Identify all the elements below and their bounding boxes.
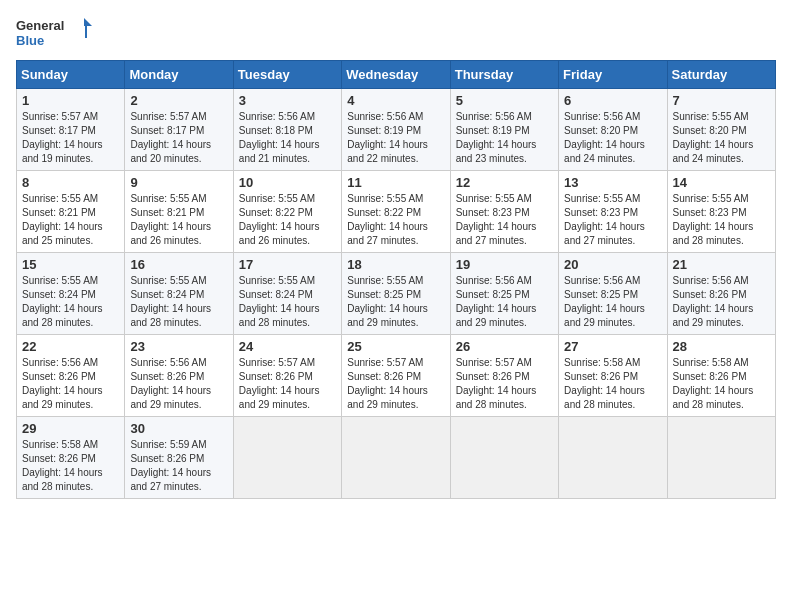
day-number: 15 [22,257,119,272]
calendar-week-4: 22Sunrise: 5:56 AMSunset: 8:26 PMDayligh… [17,335,776,417]
day-info: Sunrise: 5:57 AMSunset: 8:26 PMDaylight:… [347,356,444,412]
day-number: 13 [564,175,661,190]
calendar-cell: 7Sunrise: 5:55 AMSunset: 8:20 PMDaylight… [667,89,775,171]
day-info: Sunrise: 5:55 AMSunset: 8:22 PMDaylight:… [239,192,336,248]
day-info: Sunrise: 5:56 AMSunset: 8:19 PMDaylight:… [456,110,553,166]
calendar-cell: 24Sunrise: 5:57 AMSunset: 8:26 PMDayligh… [233,335,341,417]
calendar-cell: 15Sunrise: 5:55 AMSunset: 8:24 PMDayligh… [17,253,125,335]
calendar-header-row: SundayMondayTuesdayWednesdayThursdayFrid… [17,61,776,89]
day-number: 22 [22,339,119,354]
day-info: Sunrise: 5:56 AMSunset: 8:19 PMDaylight:… [347,110,444,166]
day-info: Sunrise: 5:58 AMSunset: 8:26 PMDaylight:… [22,438,119,494]
day-info: Sunrise: 5:55 AMSunset: 8:23 PMDaylight:… [673,192,770,248]
header-thursday: Thursday [450,61,558,89]
day-number: 21 [673,257,770,272]
day-info: Sunrise: 5:57 AMSunset: 8:26 PMDaylight:… [239,356,336,412]
day-info: Sunrise: 5:57 AMSunset: 8:17 PMDaylight:… [130,110,227,166]
day-number: 6 [564,93,661,108]
header-saturday: Saturday [667,61,775,89]
svg-text:General: General [16,18,64,33]
day-info: Sunrise: 5:56 AMSunset: 8:18 PMDaylight:… [239,110,336,166]
page-header: General Blue [16,16,776,52]
day-info: Sunrise: 5:56 AMSunset: 8:26 PMDaylight:… [673,274,770,330]
day-info: Sunrise: 5:56 AMSunset: 8:25 PMDaylight:… [564,274,661,330]
calendar-cell: 20Sunrise: 5:56 AMSunset: 8:25 PMDayligh… [559,253,667,335]
day-info: Sunrise: 5:57 AMSunset: 8:26 PMDaylight:… [456,356,553,412]
calendar-cell: 23Sunrise: 5:56 AMSunset: 8:26 PMDayligh… [125,335,233,417]
calendar-cell: 26Sunrise: 5:57 AMSunset: 8:26 PMDayligh… [450,335,558,417]
day-number: 3 [239,93,336,108]
header-tuesday: Tuesday [233,61,341,89]
calendar-cell [667,417,775,499]
day-number: 9 [130,175,227,190]
logo-svg: General Blue [16,16,96,52]
calendar-cell: 13Sunrise: 5:55 AMSunset: 8:23 PMDayligh… [559,171,667,253]
day-number: 24 [239,339,336,354]
day-number: 30 [130,421,227,436]
day-info: Sunrise: 5:56 AMSunset: 8:25 PMDaylight:… [456,274,553,330]
day-info: Sunrise: 5:55 AMSunset: 8:23 PMDaylight:… [456,192,553,248]
header-friday: Friday [559,61,667,89]
calendar-cell: 9Sunrise: 5:55 AMSunset: 8:21 PMDaylight… [125,171,233,253]
day-number: 17 [239,257,336,272]
header-monday: Monday [125,61,233,89]
day-info: Sunrise: 5:55 AMSunset: 8:21 PMDaylight:… [130,192,227,248]
day-number: 11 [347,175,444,190]
day-number: 27 [564,339,661,354]
day-number: 5 [456,93,553,108]
calendar-cell [559,417,667,499]
calendar-cell: 14Sunrise: 5:55 AMSunset: 8:23 PMDayligh… [667,171,775,253]
calendar-cell: 28Sunrise: 5:58 AMSunset: 8:26 PMDayligh… [667,335,775,417]
day-number: 25 [347,339,444,354]
svg-marker-2 [84,18,92,26]
calendar-table: SundayMondayTuesdayWednesdayThursdayFrid… [16,60,776,499]
day-info: Sunrise: 5:55 AMSunset: 8:24 PMDaylight:… [130,274,227,330]
calendar-cell: 17Sunrise: 5:55 AMSunset: 8:24 PMDayligh… [233,253,341,335]
day-number: 16 [130,257,227,272]
day-info: Sunrise: 5:59 AMSunset: 8:26 PMDaylight:… [130,438,227,494]
day-number: 18 [347,257,444,272]
calendar-cell: 3Sunrise: 5:56 AMSunset: 8:18 PMDaylight… [233,89,341,171]
calendar-cell: 4Sunrise: 5:56 AMSunset: 8:19 PMDaylight… [342,89,450,171]
day-info: Sunrise: 5:55 AMSunset: 8:24 PMDaylight:… [239,274,336,330]
calendar-cell [342,417,450,499]
calendar-cell [450,417,558,499]
day-info: Sunrise: 5:56 AMSunset: 8:26 PMDaylight:… [22,356,119,412]
day-info: Sunrise: 5:56 AMSunset: 8:26 PMDaylight:… [130,356,227,412]
calendar-week-3: 15Sunrise: 5:55 AMSunset: 8:24 PMDayligh… [17,253,776,335]
svg-text:Blue: Blue [16,33,44,48]
day-number: 28 [673,339,770,354]
calendar-week-5: 29Sunrise: 5:58 AMSunset: 8:26 PMDayligh… [17,417,776,499]
calendar-cell: 29Sunrise: 5:58 AMSunset: 8:26 PMDayligh… [17,417,125,499]
day-number: 2 [130,93,227,108]
day-number: 1 [22,93,119,108]
day-number: 8 [22,175,119,190]
day-info: Sunrise: 5:55 AMSunset: 8:24 PMDaylight:… [22,274,119,330]
calendar-cell: 6Sunrise: 5:56 AMSunset: 8:20 PMDaylight… [559,89,667,171]
day-number: 20 [564,257,661,272]
day-info: Sunrise: 5:56 AMSunset: 8:20 PMDaylight:… [564,110,661,166]
calendar-cell: 2Sunrise: 5:57 AMSunset: 8:17 PMDaylight… [125,89,233,171]
calendar-cell: 5Sunrise: 5:56 AMSunset: 8:19 PMDaylight… [450,89,558,171]
day-number: 4 [347,93,444,108]
calendar-cell: 27Sunrise: 5:58 AMSunset: 8:26 PMDayligh… [559,335,667,417]
calendar-week-1: 1Sunrise: 5:57 AMSunset: 8:17 PMDaylight… [17,89,776,171]
day-info: Sunrise: 5:55 AMSunset: 8:21 PMDaylight:… [22,192,119,248]
day-info: Sunrise: 5:55 AMSunset: 8:23 PMDaylight:… [564,192,661,248]
day-info: Sunrise: 5:55 AMSunset: 8:20 PMDaylight:… [673,110,770,166]
calendar-cell: 12Sunrise: 5:55 AMSunset: 8:23 PMDayligh… [450,171,558,253]
day-number: 7 [673,93,770,108]
calendar-cell: 22Sunrise: 5:56 AMSunset: 8:26 PMDayligh… [17,335,125,417]
day-info: Sunrise: 5:55 AMSunset: 8:22 PMDaylight:… [347,192,444,248]
calendar-cell: 8Sunrise: 5:55 AMSunset: 8:21 PMDaylight… [17,171,125,253]
calendar-cell: 19Sunrise: 5:56 AMSunset: 8:25 PMDayligh… [450,253,558,335]
calendar-cell: 25Sunrise: 5:57 AMSunset: 8:26 PMDayligh… [342,335,450,417]
day-number: 19 [456,257,553,272]
day-number: 10 [239,175,336,190]
day-info: Sunrise: 5:55 AMSunset: 8:25 PMDaylight:… [347,274,444,330]
day-info: Sunrise: 5:58 AMSunset: 8:26 PMDaylight:… [673,356,770,412]
calendar-week-2: 8Sunrise: 5:55 AMSunset: 8:21 PMDaylight… [17,171,776,253]
calendar-cell: 30Sunrise: 5:59 AMSunset: 8:26 PMDayligh… [125,417,233,499]
header-wednesday: Wednesday [342,61,450,89]
day-info: Sunrise: 5:58 AMSunset: 8:26 PMDaylight:… [564,356,661,412]
